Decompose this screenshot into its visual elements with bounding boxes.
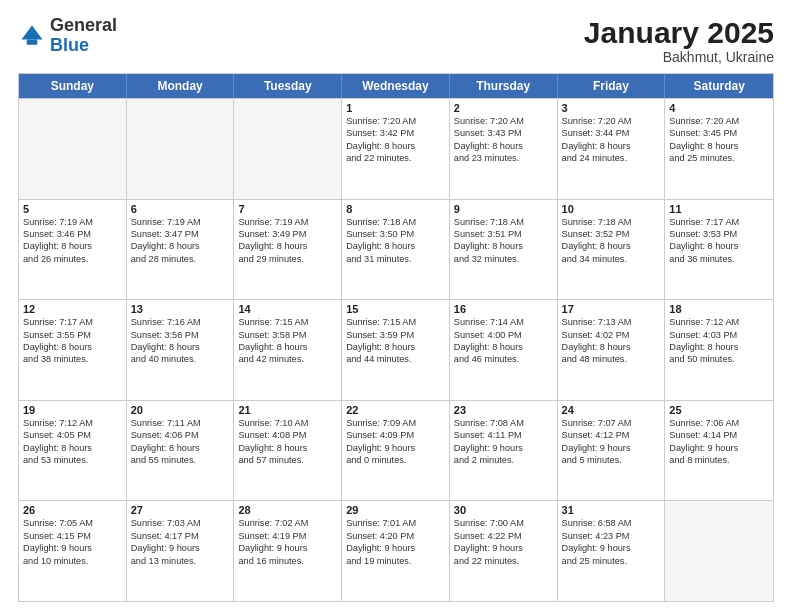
day-number: 3 — [562, 102, 661, 114]
calendar-cell: 24Sunrise: 7:07 AM Sunset: 4:12 PM Dayli… — [558, 401, 666, 501]
day-info: Sunrise: 7:18 AM Sunset: 3:50 PM Dayligh… — [346, 216, 445, 266]
logo-general: General — [50, 15, 117, 35]
day-info: Sunrise: 7:19 AM Sunset: 3:49 PM Dayligh… — [238, 216, 337, 266]
calendar-cell: 23Sunrise: 7:08 AM Sunset: 4:11 PM Dayli… — [450, 401, 558, 501]
day-info: Sunrise: 7:16 AM Sunset: 3:56 PM Dayligh… — [131, 316, 230, 366]
day-number: 7 — [238, 203, 337, 215]
header: General Blue January 2025 Bakhmut, Ukrai… — [18, 16, 774, 65]
day-info: Sunrise: 7:14 AM Sunset: 4:00 PM Dayligh… — [454, 316, 553, 366]
calendar-cell — [665, 501, 773, 601]
calendar-cell: 16Sunrise: 7:14 AM Sunset: 4:00 PM Dayli… — [450, 300, 558, 400]
calendar-cell: 7Sunrise: 7:19 AM Sunset: 3:49 PM Daylig… — [234, 200, 342, 300]
day-number: 28 — [238, 504, 337, 516]
calendar-cell: 10Sunrise: 7:18 AM Sunset: 3:52 PM Dayli… — [558, 200, 666, 300]
calendar-cell: 28Sunrise: 7:02 AM Sunset: 4:19 PM Dayli… — [234, 501, 342, 601]
day-number: 13 — [131, 303, 230, 315]
day-number: 9 — [454, 203, 553, 215]
day-info: Sunrise: 7:07 AM Sunset: 4:12 PM Dayligh… — [562, 417, 661, 467]
day-info: Sunrise: 7:12 AM Sunset: 4:03 PM Dayligh… — [669, 316, 769, 366]
calendar-row: 12Sunrise: 7:17 AM Sunset: 3:55 PM Dayli… — [19, 299, 773, 400]
day-info: Sunrise: 7:10 AM Sunset: 4:08 PM Dayligh… — [238, 417, 337, 467]
day-number: 15 — [346, 303, 445, 315]
calendar-cell: 20Sunrise: 7:11 AM Sunset: 4:06 PM Dayli… — [127, 401, 235, 501]
subtitle: Bakhmut, Ukraine — [584, 49, 774, 65]
calendar-cell: 3Sunrise: 7:20 AM Sunset: 3:44 PM Daylig… — [558, 99, 666, 199]
day-number: 25 — [669, 404, 769, 416]
day-number: 5 — [23, 203, 122, 215]
calendar-cell: 19Sunrise: 7:12 AM Sunset: 4:05 PM Dayli… — [19, 401, 127, 501]
day-number: 29 — [346, 504, 445, 516]
calendar-cell: 31Sunrise: 6:58 AM Sunset: 4:23 PM Dayli… — [558, 501, 666, 601]
day-number: 26 — [23, 504, 122, 516]
calendar-cell: 4Sunrise: 7:20 AM Sunset: 3:45 PM Daylig… — [665, 99, 773, 199]
calendar-row: 26Sunrise: 7:05 AM Sunset: 4:15 PM Dayli… — [19, 500, 773, 601]
day-info: Sunrise: 7:18 AM Sunset: 3:51 PM Dayligh… — [454, 216, 553, 266]
calendar-cell: 8Sunrise: 7:18 AM Sunset: 3:50 PM Daylig… — [342, 200, 450, 300]
calendar-row: 19Sunrise: 7:12 AM Sunset: 4:05 PM Dayli… — [19, 400, 773, 501]
calendar-cell: 5Sunrise: 7:19 AM Sunset: 3:46 PM Daylig… — [19, 200, 127, 300]
day-number: 30 — [454, 504, 553, 516]
day-info: Sunrise: 7:15 AM Sunset: 3:58 PM Dayligh… — [238, 316, 337, 366]
day-info: Sunrise: 7:15 AM Sunset: 3:59 PM Dayligh… — [346, 316, 445, 366]
day-number: 4 — [669, 102, 769, 114]
day-number: 10 — [562, 203, 661, 215]
calendar-row: 5Sunrise: 7:19 AM Sunset: 3:46 PM Daylig… — [19, 199, 773, 300]
day-number: 2 — [454, 102, 553, 114]
day-info: Sunrise: 7:00 AM Sunset: 4:22 PM Dayligh… — [454, 517, 553, 567]
header-day-tuesday: Tuesday — [234, 74, 342, 98]
day-number: 11 — [669, 203, 769, 215]
calendar-cell: 21Sunrise: 7:10 AM Sunset: 4:08 PM Dayli… — [234, 401, 342, 501]
day-info: Sunrise: 7:12 AM Sunset: 4:05 PM Dayligh… — [23, 417, 122, 467]
day-info: Sunrise: 7:20 AM Sunset: 3:44 PM Dayligh… — [562, 115, 661, 165]
calendar-cell: 25Sunrise: 7:06 AM Sunset: 4:14 PM Dayli… — [665, 401, 773, 501]
day-info: Sunrise: 6:58 AM Sunset: 4:23 PM Dayligh… — [562, 517, 661, 567]
calendar-cell: 27Sunrise: 7:03 AM Sunset: 4:17 PM Dayli… — [127, 501, 235, 601]
header-day-sunday: Sunday — [19, 74, 127, 98]
day-info: Sunrise: 7:03 AM Sunset: 4:17 PM Dayligh… — [131, 517, 230, 567]
calendar-cell: 13Sunrise: 7:16 AM Sunset: 3:56 PM Dayli… — [127, 300, 235, 400]
month-title: January 2025 — [584, 16, 774, 49]
calendar-cell — [127, 99, 235, 199]
calendar-cell: 26Sunrise: 7:05 AM Sunset: 4:15 PM Dayli… — [19, 501, 127, 601]
header-day-monday: Monday — [127, 74, 235, 98]
day-info: Sunrise: 7:18 AM Sunset: 3:52 PM Dayligh… — [562, 216, 661, 266]
calendar-cell: 9Sunrise: 7:18 AM Sunset: 3:51 PM Daylig… — [450, 200, 558, 300]
calendar-row: 1Sunrise: 7:20 AM Sunset: 3:42 PM Daylig… — [19, 98, 773, 199]
day-number: 14 — [238, 303, 337, 315]
day-info: Sunrise: 7:09 AM Sunset: 4:09 PM Dayligh… — [346, 417, 445, 467]
day-number: 24 — [562, 404, 661, 416]
day-info: Sunrise: 7:01 AM Sunset: 4:20 PM Dayligh… — [346, 517, 445, 567]
day-info: Sunrise: 7:08 AM Sunset: 4:11 PM Dayligh… — [454, 417, 553, 467]
day-info: Sunrise: 7:06 AM Sunset: 4:14 PM Dayligh… — [669, 417, 769, 467]
calendar-cell: 30Sunrise: 7:00 AM Sunset: 4:22 PM Dayli… — [450, 501, 558, 601]
calendar-cell: 29Sunrise: 7:01 AM Sunset: 4:20 PM Dayli… — [342, 501, 450, 601]
logo-blue: Blue — [50, 35, 89, 55]
calendar-cell: 6Sunrise: 7:19 AM Sunset: 3:47 PM Daylig… — [127, 200, 235, 300]
header-day-wednesday: Wednesday — [342, 74, 450, 98]
day-number: 1 — [346, 102, 445, 114]
header-day-saturday: Saturday — [665, 74, 773, 98]
day-number: 12 — [23, 303, 122, 315]
calendar: SundayMondayTuesdayWednesdayThursdayFrid… — [18, 73, 774, 602]
calendar-cell: 17Sunrise: 7:13 AM Sunset: 4:02 PM Dayli… — [558, 300, 666, 400]
day-number: 22 — [346, 404, 445, 416]
calendar-cell: 22Sunrise: 7:09 AM Sunset: 4:09 PM Dayli… — [342, 401, 450, 501]
day-info: Sunrise: 7:17 AM Sunset: 3:55 PM Dayligh… — [23, 316, 122, 366]
day-info: Sunrise: 7:20 AM Sunset: 3:43 PM Dayligh… — [454, 115, 553, 165]
header-day-thursday: Thursday — [450, 74, 558, 98]
day-number: 20 — [131, 404, 230, 416]
day-info: Sunrise: 7:05 AM Sunset: 4:15 PM Dayligh… — [23, 517, 122, 567]
calendar-cell — [19, 99, 127, 199]
calendar-cell: 12Sunrise: 7:17 AM Sunset: 3:55 PM Dayli… — [19, 300, 127, 400]
day-number: 31 — [562, 504, 661, 516]
day-info: Sunrise: 7:17 AM Sunset: 3:53 PM Dayligh… — [669, 216, 769, 266]
calendar-cell: 18Sunrise: 7:12 AM Sunset: 4:03 PM Dayli… — [665, 300, 773, 400]
svg-rect-1 — [27, 39, 38, 44]
logo-text: General Blue — [50, 16, 117, 56]
day-number: 17 — [562, 303, 661, 315]
day-info: Sunrise: 7:19 AM Sunset: 3:46 PM Dayligh… — [23, 216, 122, 266]
calendar-cell: 1Sunrise: 7:20 AM Sunset: 3:42 PM Daylig… — [342, 99, 450, 199]
calendar-header: SundayMondayTuesdayWednesdayThursdayFrid… — [19, 74, 773, 98]
day-info: Sunrise: 7:20 AM Sunset: 3:45 PM Dayligh… — [669, 115, 769, 165]
calendar-cell: 11Sunrise: 7:17 AM Sunset: 3:53 PM Dayli… — [665, 200, 773, 300]
